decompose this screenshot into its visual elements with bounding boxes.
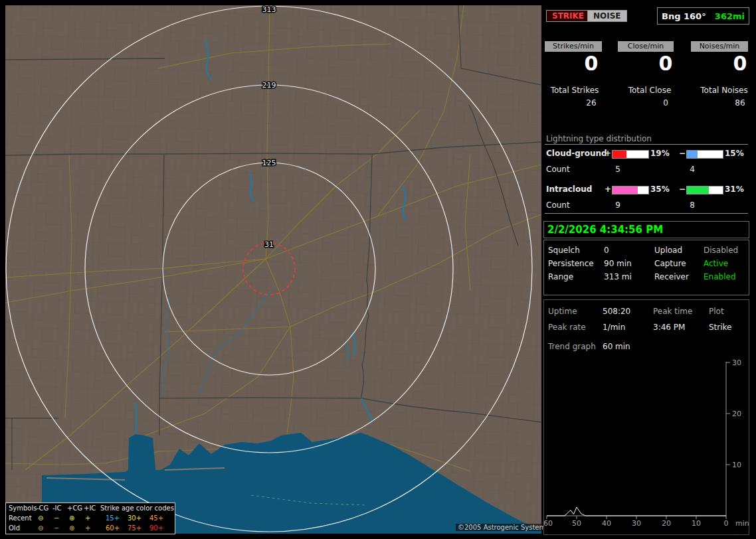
cg-negative-count: 4 (682, 165, 702, 174)
old-pic-icon: + (85, 524, 90, 532)
cg-positive-pct: 19% (650, 149, 670, 158)
range-value: 313 mi (604, 272, 632, 281)
symbols-legend: Symbols -CG -IC +CG +IC Strike age color… (5, 502, 175, 534)
copyright-text: ©2005 Astrogenic Systems (456, 524, 551, 531)
bearing-distance: 362mi (715, 11, 745, 21)
plot-value: Strike (709, 323, 732, 332)
legend-header-pcg: +CG (67, 504, 82, 512)
x-tick-0: 0 (724, 519, 729, 528)
ic-negative-count: 8 (682, 200, 702, 210)
trend-tick-labels: 30 20 10 60 50 40 30 20 10 0 min (544, 358, 749, 528)
peak-time-value: 3:46 PM (653, 323, 685, 332)
recent-nic-icon: − (54, 514, 59, 522)
recent-pic-icon: + (85, 514, 90, 522)
total-noises-value: 86 (707, 98, 756, 108)
divider-line (545, 144, 748, 145)
strikes-per-min-label: Strikes/min (545, 41, 602, 52)
total-strikes-label: Total Strikes (543, 86, 606, 95)
capture-label: Capture (654, 259, 686, 268)
total-close-label: Total Close (618, 86, 681, 95)
bearing-label: Bng 160° (662, 11, 706, 21)
uptime-value: 508:20 (603, 307, 630, 316)
total-close-value: 0 (632, 98, 699, 108)
legend-recent-label: Recent (9, 514, 32, 522)
count-label: Count (546, 200, 570, 210)
map-canvas: 313 219 125 31 (5, 5, 541, 534)
x-tick-10: 10 (692, 519, 701, 528)
capture-status: Active (704, 259, 728, 268)
minus-sign: − (679, 149, 686, 158)
distribution-title: Lightning type distribution (546, 134, 652, 143)
ic-negative-bar (686, 186, 723, 194)
range-label: Range (548, 272, 573, 281)
x-tick-20: 20 (662, 519, 671, 528)
datetime-text: 2/2/2026 4:34:56 PM (544, 222, 749, 238)
receiver-label: Receiver (654, 272, 689, 281)
trend-graph: 30 20 10 60 50 40 30 20 10 0 min (544, 355, 750, 534)
x-tick-30: 30 (632, 519, 641, 528)
peak-rate-value: 1/min (603, 323, 625, 332)
y-tick-10: 10 (732, 461, 741, 469)
trend-graph-label: Trend graph (548, 342, 596, 351)
cg-negative-pct: 15% (725, 149, 744, 158)
x-tick-40: 40 (602, 519, 611, 528)
cg-negative-bar (686, 150, 723, 159)
session-row: Peak rate 1/min 3:46 PM Strike (544, 323, 749, 333)
y-tick-20: 20 (732, 410, 741, 418)
app-window: { "map": { "ring_labels": { "r1": "313",… (0, 0, 756, 539)
legend-header-symbols: Symbols (9, 504, 37, 512)
persistence-label: Persistence (548, 259, 594, 268)
side-panel: STRIKE NOISE Bng 160° 362mi Strikes/min … (543, 0, 751, 539)
cloud-ground-row: Cloud-ground + 19% − 15% (543, 149, 749, 159)
settings-row: Range 313 mi Receiver Enabled (544, 272, 749, 283)
settings-row: Persistence 90 min Capture Active (544, 259, 749, 270)
minus-sign: − (679, 185, 686, 194)
old-pcg-icon: ⊕ (69, 524, 74, 532)
bearing-box: Bng 160° 362mi (657, 7, 749, 25)
session-box: Uptime 508:20 Peak time Plot Peak rate 1… (543, 299, 749, 535)
noise-button[interactable]: NOISE (587, 10, 627, 22)
strike-button[interactable]: STRIKE (546, 10, 590, 22)
old-nic-icon: − (54, 524, 59, 532)
age-code-15: 15+ (106, 514, 120, 522)
intracloud-count-row: Count 9 8 (543, 200, 749, 210)
ring-label-313: 313 (262, 5, 276, 14)
trend-series (547, 507, 726, 516)
persistence-value: 90 min (604, 259, 632, 268)
session-row: Trend graph 60 min (544, 342, 749, 352)
plus-sign: + (605, 149, 611, 158)
upload-status: Disabled (704, 246, 738, 255)
old-ncg-icon: ⊖ (38, 524, 43, 532)
strikes-per-min-value: 0 (558, 52, 624, 75)
count-label: Count (546, 165, 570, 174)
cg-positive-bar (612, 150, 649, 159)
age-code-75: 75+ (128, 524, 142, 532)
x-tick-50: 50 (572, 519, 581, 528)
total-strikes-value: 26 (558, 98, 624, 108)
legend-header-nic: -IC (52, 504, 62, 512)
map-view: 313 219 125 31 Symbols -CG -IC +CG +IC S… (5, 5, 541, 534)
intracloud-row: Intracloud + 35% − 31% (543, 185, 749, 194)
legend-header-pic: +IC (84, 504, 96, 512)
upload-label: Upload (654, 246, 682, 255)
recent-ncg-icon: ⊖ (38, 514, 43, 522)
cloud-ground-label: Cloud-ground (546, 149, 607, 158)
x-unit-label: min (735, 519, 749, 528)
noises-per-min-label: Noises/min (691, 41, 748, 52)
cg-positive-count: 5 (608, 165, 628, 174)
session-row: Uptime 508:20 Peak time Plot (544, 307, 749, 317)
ic-positive-pct: 35% (650, 185, 670, 194)
ring-label-219: 219 (262, 81, 276, 90)
close-per-min-value: 0 (632, 52, 699, 75)
trend-axes (547, 362, 730, 519)
plot-label: Plot (709, 307, 724, 316)
close-per-min-label: Close/min (618, 41, 674, 52)
divider-line (545, 213, 748, 214)
peak-time-label: Peak time (653, 307, 692, 316)
legend-old-label: Old (9, 524, 20, 532)
ring-label-31: 31 (264, 240, 274, 249)
total-noises-label: Total Noises (693, 86, 755, 95)
uptime-label: Uptime (548, 307, 577, 316)
plus-sign: + (605, 185, 611, 194)
ic-negative-pct: 31% (725, 185, 744, 194)
